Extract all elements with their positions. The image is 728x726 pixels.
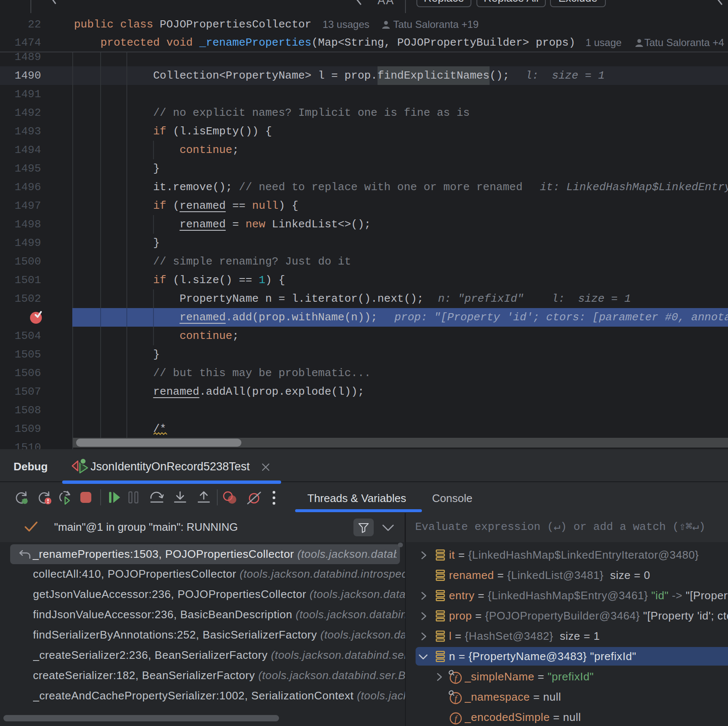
svg-text:f: f: [454, 693, 458, 704]
svg-text:f: f: [454, 673, 458, 683]
svg-text:f: f: [454, 714, 458, 724]
